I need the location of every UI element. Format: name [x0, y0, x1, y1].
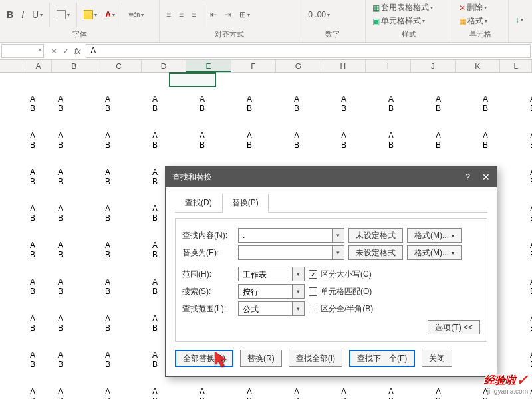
- cell[interactable]: A B: [529, 313, 532, 334]
- match-case-checkbox[interactable]: ✓区分大小写(C): [309, 269, 372, 280]
- cell[interactable]: A B: [293, 93, 301, 114]
- column-header[interactable]: L: [500, 60, 532, 72]
- cell[interactable]: A B: [434, 130, 442, 151]
- format-button[interactable]: ▦ 格式▾: [456, 15, 490, 27]
- cell[interactable]: A B: [198, 386, 206, 399]
- cell[interactable]: A B: [529, 276, 532, 297]
- align-middle-button[interactable]: ≡: [176, 9, 186, 20]
- tab-find[interactable]: 查找(D): [175, 194, 222, 213]
- cell[interactable]: A B: [529, 203, 532, 224]
- name-box[interactable]: [1, 44, 44, 58]
- cell[interactable]: A B: [340, 130, 348, 151]
- cancel-formula-icon[interactable]: ✕: [51, 47, 57, 56]
- cell[interactable]: A B: [293, 130, 301, 151]
- cell[interactable]: A B: [151, 239, 159, 261]
- cell[interactable]: A B: [57, 386, 65, 399]
- cell[interactable]: A B: [29, 203, 37, 224]
- cell[interactable]: A B: [29, 386, 37, 399]
- cell[interactable]: A B: [151, 166, 159, 188]
- cell[interactable]: A B: [340, 93, 348, 114]
- cell[interactable]: A B: [245, 386, 253, 399]
- align-bottom-button[interactable]: ≡: [189, 9, 199, 20]
- cell[interactable]: A B: [198, 130, 206, 151]
- cell[interactable]: A B: [529, 166, 532, 188]
- find-format-button[interactable]: 格式(M)...▾: [407, 228, 462, 243]
- cell[interactable]: A B: [151, 93, 159, 114]
- cell[interactable]: A B: [151, 386, 159, 399]
- cell[interactable]: A B: [57, 349, 65, 370]
- cell[interactable]: A B: [57, 203, 65, 224]
- column-header[interactable]: A: [25, 60, 52, 72]
- close-icon[interactable]: ✕: [482, 172, 490, 182]
- cell[interactable]: A B: [29, 349, 37, 370]
- cell[interactable]: A B: [104, 386, 112, 399]
- cell[interactable]: A B: [481, 130, 489, 151]
- column-header[interactable]: J: [411, 60, 456, 72]
- cell[interactable]: A B: [387, 93, 395, 114]
- cell[interactable]: A B: [57, 239, 65, 261]
- replace-format-button[interactable]: 格式(M)...▾: [407, 245, 462, 260]
- cell[interactable]: A B: [198, 93, 206, 114]
- chevron-down-icon[interactable]: ▾: [292, 285, 304, 298]
- find-all-button[interactable]: 查找全部(I): [289, 350, 342, 367]
- cell[interactable]: A B: [57, 93, 65, 114]
- formula-input[interactable]: A: [86, 44, 531, 58]
- column-header[interactable]: H: [321, 60, 366, 72]
- indent-decrease-button[interactable]: ⇤: [207, 9, 219, 20]
- cell[interactable]: A B: [529, 386, 532, 399]
- search-select[interactable]: 按行▾: [238, 284, 305, 299]
- close-button[interactable]: 关闭: [422, 350, 452, 367]
- cell[interactable]: A B: [387, 386, 395, 399]
- border-button[interactable]: ▾: [54, 9, 72, 20]
- help-icon[interactable]: ?: [465, 172, 470, 182]
- cell[interactable]: A B: [104, 349, 112, 370]
- delete-button[interactable]: ✕ 删除▾: [456, 1, 489, 14]
- cell[interactable]: A B: [104, 239, 112, 261]
- fx-label[interactable]: fx: [74, 47, 80, 56]
- column-header[interactable]: D: [142, 60, 186, 72]
- cell[interactable]: A B: [151, 349, 159, 370]
- cell[interactable]: A B: [529, 130, 532, 151]
- cell[interactable]: A B: [29, 130, 37, 151]
- align-top-button[interactable]: ≡: [164, 9, 174, 20]
- column-header[interactable]: B: [52, 60, 96, 72]
- tab-replace[interactable]: 替换(P): [222, 194, 269, 213]
- find-what-input[interactable]: .▾: [238, 228, 344, 243]
- cell[interactable]: A B: [104, 313, 112, 334]
- cell[interactable]: A B: [57, 313, 65, 334]
- fill-color-button[interactable]: ▾: [81, 9, 100, 20]
- options-button[interactable]: 选项(T) <<: [428, 320, 480, 334]
- indent-increase-button[interactable]: ⇥: [222, 9, 234, 20]
- column-header[interactable]: K: [456, 60, 500, 72]
- chevron-down-icon[interactable]: ▾: [332, 246, 344, 259]
- cell[interactable]: A B: [151, 276, 159, 297]
- cell[interactable]: A B: [29, 276, 37, 297]
- cell[interactable]: A B: [481, 93, 489, 114]
- cell[interactable]: A B: [29, 166, 37, 188]
- replace-with-input[interactable]: ▾: [238, 245, 344, 260]
- table-format-button[interactable]: ▦ 套用表格格式▾: [370, 1, 436, 14]
- replace-button[interactable]: 替换(R): [240, 350, 282, 367]
- enter-formula-icon[interactable]: ✓: [63, 47, 69, 56]
- match-byte-checkbox[interactable]: 区分全/半角(B): [309, 303, 373, 315]
- cell[interactable]: A B: [529, 93, 532, 114]
- chevron-down-icon[interactable]: ▾: [332, 229, 344, 242]
- chevron-down-icon[interactable]: ▾: [292, 302, 304, 315]
- select-all-corner[interactable]: [0, 60, 25, 72]
- cell[interactable]: A B: [57, 276, 65, 297]
- cell[interactable]: A B: [245, 130, 253, 151]
- cell[interactable]: A B: [434, 386, 442, 399]
- cell[interactable]: A B: [104, 93, 112, 114]
- font-color-button[interactable]: A▾: [102, 9, 118, 20]
- lookin-select[interactable]: 公式▾: [238, 301, 305, 316]
- editing-button[interactable]: ↓▾: [513, 15, 526, 25]
- cell[interactable]: A B: [104, 130, 112, 151]
- cell[interactable]: A B: [340, 386, 348, 399]
- italic-button[interactable]: I: [19, 9, 27, 21]
- scope-select[interactable]: 工作表▾: [238, 267, 305, 281]
- column-header[interactable]: I: [366, 60, 410, 72]
- underline-button[interactable]: U▾: [29, 9, 45, 21]
- bold-button[interactable]: B: [4, 9, 16, 21]
- phonetic-button[interactable]: wén▾: [126, 11, 147, 19]
- cell[interactable]: A B: [104, 276, 112, 297]
